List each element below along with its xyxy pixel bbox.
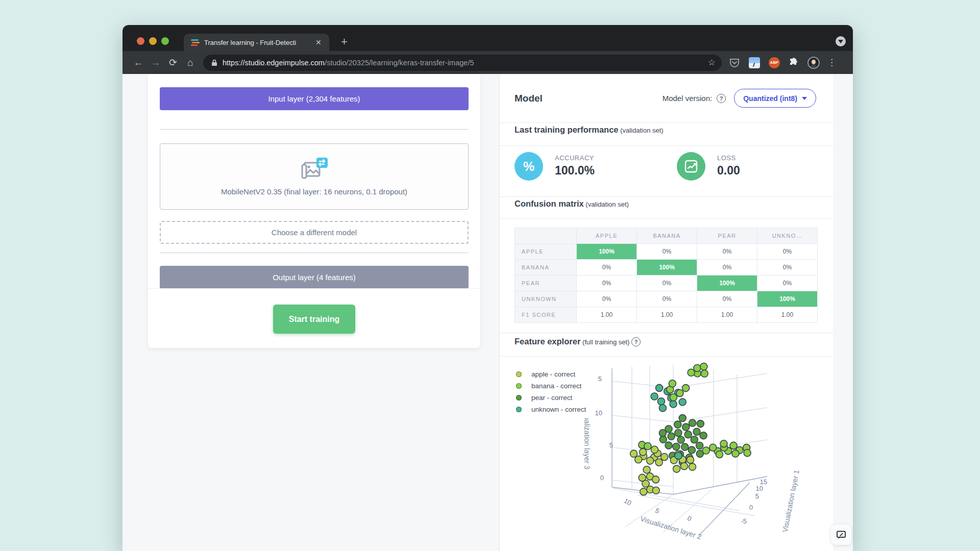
legend-label: pear - correct bbox=[531, 394, 572, 402]
adblock-plus-icon[interactable]: ABP bbox=[769, 57, 780, 68]
scatter-point-pear bbox=[668, 433, 675, 440]
lock-icon bbox=[211, 59, 217, 66]
scatter-point-banana bbox=[730, 442, 737, 449]
chart-legend: apple - correctbanana - correctpear - co… bbox=[511, 366, 591, 418]
browser-tab-active[interactable]: Transfer learning - Fruit-Detecti ✕ bbox=[184, 34, 329, 51]
matrix-row-label: UNKNOWN bbox=[515, 291, 577, 307]
matrix-column-header: UNKNO… bbox=[757, 228, 818, 244]
svg-text:10: 10 bbox=[756, 485, 763, 492]
model-version-help-icon[interactable]: ? bbox=[717, 94, 726, 103]
matrix-cell: 100% bbox=[637, 260, 697, 276]
browser-menu-icon[interactable]: ⋮ bbox=[827, 59, 836, 66]
caret-down-icon bbox=[802, 97, 807, 100]
scatter-point-pear bbox=[697, 420, 704, 428]
matrix-cell: 0% bbox=[697, 260, 757, 276]
feature-explorer-help-icon[interactable]: ? bbox=[631, 337, 641, 346]
scatter-point-pear bbox=[700, 432, 707, 439]
extensions-puzzle-icon[interactable] bbox=[789, 58, 799, 68]
address-bar[interactable]: https://studio.edgeimpulse.com/studio/20… bbox=[203, 55, 722, 71]
output-layer-block: Output layer (4 features) bbox=[160, 266, 469, 289]
scatter-point-pear bbox=[665, 442, 672, 449]
back-button[interactable]: ← bbox=[130, 57, 147, 68]
svg-text:5: 5 bbox=[654, 507, 660, 515]
matrix-cell: 100% bbox=[697, 276, 757, 291]
new-tab-button[interactable]: + bbox=[341, 36, 348, 47]
scatter-point-apple bbox=[630, 450, 638, 457]
matrix-cell: 0% bbox=[577, 291, 637, 307]
confusion-matrix-table: APPLEBANANAPEARUNKNO…APPLE100%0%0%0%BANA… bbox=[514, 228, 818, 323]
bookmark-star-icon[interactable]: ☆ bbox=[708, 57, 716, 68]
scatter-point-pear bbox=[688, 446, 695, 454]
scatter-point-apple bbox=[673, 465, 680, 472]
close-window-button[interactable] bbox=[137, 37, 144, 45]
scatter-point-unknown bbox=[675, 452, 682, 459]
scatter-point-pear bbox=[679, 415, 686, 422]
legend-item[interactable]: apple - correct bbox=[516, 368, 586, 380]
pocket-shield-icon[interactable] bbox=[729, 57, 740, 68]
accuracy-value: 100.0% bbox=[555, 164, 595, 178]
matrix-cell: 0% bbox=[637, 276, 697, 291]
scatter-point-pear bbox=[682, 423, 690, 431]
matrix-cell: 0% bbox=[757, 276, 818, 291]
browser-window: Transfer learning - Fruit-Detecti ✕ + ← … bbox=[122, 25, 853, 551]
tab-close-icon[interactable]: ✕ bbox=[315, 38, 322, 46]
maximize-window-button[interactable] bbox=[161, 37, 169, 45]
network-architecture-card: Input layer (2,304 features) MobileNetV2… bbox=[148, 74, 480, 348]
svg-text:0: 0 bbox=[749, 504, 753, 511]
transfer-model-block: MobileNetV2 0.35 (final layer: 16 neuron… bbox=[160, 143, 469, 210]
start-training-button[interactable]: Start training bbox=[273, 305, 355, 334]
edge-impulse-favicon-icon bbox=[191, 39, 200, 46]
model-version-dropdown[interactable]: Quantized (int8) bbox=[734, 89, 816, 108]
matrix-cell: 0% bbox=[577, 276, 637, 291]
matrix-cell: 1.00 bbox=[757, 307, 818, 323]
legend-item[interactable]: pear - correct bbox=[516, 392, 586, 404]
svg-text:10: 10 bbox=[595, 409, 602, 417]
scatter-point-apple bbox=[652, 487, 659, 494]
scatter-point-unknown bbox=[670, 400, 677, 408]
feedback-pencil-icon bbox=[836, 530, 846, 540]
minimize-window-button[interactable] bbox=[149, 37, 157, 45]
forward-button[interactable]: → bbox=[147, 57, 164, 68]
scatter-point-apple bbox=[640, 448, 647, 456]
scatter-point-banana bbox=[682, 385, 690, 392]
scatter-point-apple bbox=[651, 446, 658, 453]
scatter-point-unknown bbox=[679, 398, 686, 406]
svg-text:-5: -5 bbox=[741, 517, 747, 525]
scatter-point-apple bbox=[661, 454, 668, 461]
tab-search-button[interactable] bbox=[836, 36, 846, 46]
choose-different-model-button[interactable]: Choose a different model bbox=[160, 221, 469, 244]
scatter-point-banana bbox=[709, 444, 717, 451]
svg-text:5: 5 bbox=[609, 441, 613, 449]
scatter-point-apple bbox=[687, 456, 694, 463]
line-chart-icon bbox=[677, 152, 705, 181]
scatter-point-banana bbox=[669, 380, 676, 387]
model-header-row: Model Model version: ? Quantized (int8) bbox=[500, 74, 833, 122]
card-footer-divider bbox=[148, 288, 480, 289]
matrix-cell: 0% bbox=[637, 244, 697, 260]
scatter-point-unknown bbox=[656, 384, 663, 391]
home-button[interactable]: ⌂ bbox=[182, 57, 199, 68]
legend-item[interactable]: banana - correct bbox=[516, 380, 586, 392]
matrix-cell: 1.00 bbox=[637, 307, 697, 323]
feature-explorer-chart[interactable]: 510501050151050-5 Visualization layer 3V… bbox=[500, 356, 834, 551]
scatter-point-pear bbox=[659, 430, 666, 437]
profile-avatar[interactable] bbox=[807, 57, 820, 69]
reload-button[interactable]: ⟳ bbox=[164, 57, 182, 68]
matrix-cell: 100% bbox=[757, 291, 818, 307]
matrix-cell: 100% bbox=[577, 244, 637, 260]
feedback-button[interactable] bbox=[831, 524, 851, 545]
performance-heading: Last training performance (validation se… bbox=[514, 125, 664, 135]
scatter-point-apple bbox=[639, 474, 646, 481]
svg-text:5: 5 bbox=[755, 492, 759, 500]
page-content: Input layer (2,304 features) MobileNetV2… bbox=[122, 74, 853, 551]
svg-text:10: 10 bbox=[623, 497, 633, 507]
accuracy-metric: % ACCURACY 100.0% bbox=[514, 152, 595, 181]
legend-item[interactable]: unknown - correct bbox=[516, 404, 586, 415]
scatter-point-apple bbox=[681, 463, 688, 470]
scatter-point-apple bbox=[643, 466, 650, 473]
matrix-row-label: PEAR bbox=[515, 276, 577, 291]
matrix-row-label: APPLE bbox=[515, 244, 577, 260]
scatter-point-banana bbox=[700, 363, 707, 370]
screenshot-extension-icon[interactable] bbox=[749, 57, 760, 68]
loss-metric: LOSS 0.00 bbox=[677, 152, 740, 181]
